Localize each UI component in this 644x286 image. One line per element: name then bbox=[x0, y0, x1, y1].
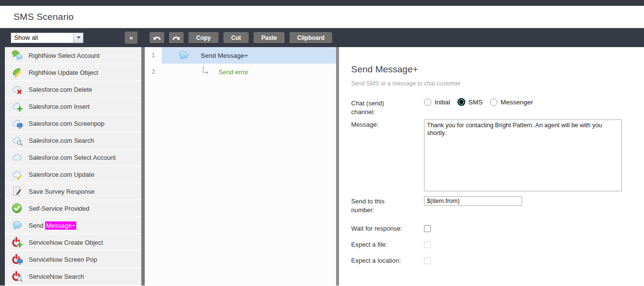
collapse-sidebar-button[interactable]: « bbox=[125, 32, 137, 44]
sidebar-divider[interactable] bbox=[141, 28, 145, 286]
chevron-down-icon[interactable] bbox=[73, 33, 83, 43]
redo-button[interactable] bbox=[169, 32, 184, 43]
page-title: SMS Scenario bbox=[14, 12, 74, 22]
sidebar-item-rightnow-select-account[interactable]: RightNow Select Account bbox=[5, 47, 141, 64]
paste-button[interactable]: Paste bbox=[254, 32, 285, 43]
collapse-left-icon: « bbox=[129, 34, 133, 41]
sidebar-item-label: Salesforce.com Update bbox=[29, 171, 94, 178]
radio-icon[interactable] bbox=[490, 99, 497, 106]
sidebar-item-save-survey-response[interactable]: Save Survey Response bbox=[5, 183, 141, 200]
speech-bubble-icon bbox=[178, 50, 190, 61]
speech-bubble-icon bbox=[11, 219, 23, 231]
sidebar-item-label: Salesforce.com Delete bbox=[29, 86, 92, 93]
properties-toolbar bbox=[339, 28, 644, 47]
leaf-pencil-icon bbox=[11, 67, 23, 78]
sidebar-item-label: ServiceNow Screen Pop bbox=[29, 256, 97, 263]
sidebar-item-label: ServiceNow Search bbox=[29, 273, 84, 280]
sidebar-item-rightnow-update-object[interactable]: RightNow Update Object bbox=[5, 64, 141, 81]
power-search-icon bbox=[11, 270, 23, 282]
expect-file-checkbox bbox=[424, 241, 431, 248]
channel-radio-label: Initial bbox=[435, 99, 450, 106]
message-label: Message: bbox=[351, 119, 424, 129]
flow-row-number: 2 bbox=[145, 64, 162, 80]
cloud-update-icon bbox=[11, 168, 23, 180]
expect-location-checkbox bbox=[424, 257, 431, 264]
sidebar-left-strip bbox=[0, 47, 5, 286]
undo-button[interactable] bbox=[150, 32, 164, 43]
radio-icon[interactable] bbox=[424, 99, 431, 106]
sidebar-item-salesforce-com-search[interactable]: Salesforce.com Search bbox=[5, 132, 141, 149]
block-palette-sidebar: Show all « RightNow Select AccountRightN… bbox=[0, 28, 141, 286]
bubbles-pair-icon bbox=[11, 50, 23, 61]
sidebar-item-salesforce-com-delete[interactable]: Salesforce.com Delete bbox=[5, 81, 141, 98]
sidebar-item-salesforce-com-update[interactable]: Salesforce.com Update bbox=[5, 166, 141, 183]
flow-row-send-error[interactable]: 2Send error bbox=[145, 64, 336, 80]
check-circle-icon bbox=[11, 202, 23, 214]
message-textarea[interactable] bbox=[424, 119, 622, 191]
sidebar-item-salesforce-com-insert[interactable]: Salesforce.com Insert bbox=[5, 98, 141, 115]
redo-icon bbox=[171, 34, 181, 41]
power-plus-icon bbox=[11, 236, 23, 248]
sidebar-item-label: ServiceNow Create Object bbox=[29, 239, 103, 246]
block-title: Send Message+ bbox=[351, 64, 634, 75]
clipboard-button[interactable]: Clipboard bbox=[289, 32, 332, 43]
channel-radio-messenger[interactable]: Messenger bbox=[490, 99, 533, 106]
sidebar-item-label: Salesforce.com Search bbox=[29, 137, 94, 144]
cloud-screenpop-icon bbox=[11, 118, 23, 129]
sidebar-item-label: Self-Service Provided bbox=[29, 205, 89, 212]
channel-label: Chat (send) channel: bbox=[351, 98, 424, 117]
sidebar-item-salesforce-com-screenpop[interactable]: Salesforce.com Screenpop bbox=[5, 115, 141, 132]
expect-file-label: Expect a file: bbox=[351, 240, 424, 249]
channel-radio-sms[interactable]: SMS bbox=[458, 98, 483, 106]
title-bar: SMS Scenario bbox=[0, 6, 644, 28]
flow-toolbar: CopyCutPasteClipboard bbox=[145, 28, 336, 47]
send-to-number-input[interactable] bbox=[424, 196, 522, 206]
filter-select[interactable]: Show all bbox=[11, 33, 84, 43]
window-top-strip bbox=[0, 0, 644, 6]
survey-pencil-icon bbox=[11, 185, 23, 197]
sidebar-item-servicenow-create-object[interactable]: ServiceNow Create Object bbox=[5, 234, 141, 251]
channel-radio-group: InitialSMSMessenger bbox=[424, 98, 533, 106]
channel-radio-label: Messenger bbox=[501, 99, 533, 106]
filter-select-value: Show all bbox=[11, 34, 73, 41]
flow-row-label: Send error bbox=[219, 68, 248, 76]
send-to-number-label: Send to this number: bbox=[351, 196, 424, 215]
cloud-insert-icon bbox=[11, 101, 23, 112]
sidebar-item-label: Send Message+ bbox=[29, 222, 76, 229]
power-monitor-icon bbox=[11, 253, 23, 265]
sidebar-item-label: RightNow Update Object bbox=[29, 69, 98, 76]
flow-row-send-message-[interactable]: 1Send Message+ bbox=[145, 47, 336, 64]
search-match-highlight: Message+ bbox=[45, 221, 76, 230]
cloud-delete-icon bbox=[11, 84, 23, 95]
flow-rows: 1Send Message+2Send error bbox=[145, 47, 336, 286]
sidebar-item-label: Save Survey Response bbox=[29, 188, 95, 195]
sidebar-item-label: Salesforce.com Insert bbox=[29, 103, 90, 110]
sidebar-item-label: Salesforce.com Select Account bbox=[29, 154, 116, 161]
sidebar-item-label: RightNow Select Account bbox=[29, 52, 100, 59]
sidebar-item-partial[interactable] bbox=[5, 285, 141, 286]
branch-elbow-icon bbox=[203, 66, 210, 78]
sidebar-item-salesforce-com-select-account[interactable]: Salesforce.com Select Account bbox=[5, 149, 141, 166]
expect-location-label: Expect a location: bbox=[351, 256, 424, 265]
undo-icon bbox=[152, 34, 162, 41]
wait-for-response-checkbox[interactable] bbox=[424, 225, 431, 232]
copy-button[interactable]: Copy bbox=[188, 32, 219, 43]
scenario-flow-panel: CopyCutPasteClipboard 1Send Message+2Sen… bbox=[145, 28, 336, 286]
wait-for-response-label: Wait for response: bbox=[351, 224, 424, 233]
sidebar-item-servicenow-screen-pop[interactable]: ServiceNow Screen Pop bbox=[5, 251, 141, 268]
sidebar-item-self-service-provided[interactable]: Self-Service Provided bbox=[5, 200, 141, 217]
sidebar-item-servicenow-search[interactable]: ServiceNow Search bbox=[5, 268, 141, 285]
sidebar-item-label: Salesforce.com Screenpop bbox=[29, 120, 104, 127]
cloud-icon bbox=[11, 151, 23, 163]
channel-radio-initial[interactable]: Initial bbox=[424, 99, 450, 106]
flow-row-label: Send Message+ bbox=[201, 52, 248, 59]
sidebar-toolbar: Show all « bbox=[0, 28, 141, 47]
sidebar-item-send-message-[interactable]: Send Message+ bbox=[5, 217, 141, 234]
channel-radio-label: SMS bbox=[469, 99, 483, 106]
cut-button[interactable]: Cut bbox=[223, 32, 249, 43]
block-subtitle: Send SMS or a message to chat customer bbox=[351, 80, 634, 87]
radio-selected-icon[interactable] bbox=[458, 98, 465, 106]
cloud-search-icon bbox=[11, 135, 23, 146]
properties-panel: Send Message+ Send SMS or a message to c… bbox=[339, 28, 644, 286]
flow-row-number: 1 bbox=[145, 47, 162, 64]
